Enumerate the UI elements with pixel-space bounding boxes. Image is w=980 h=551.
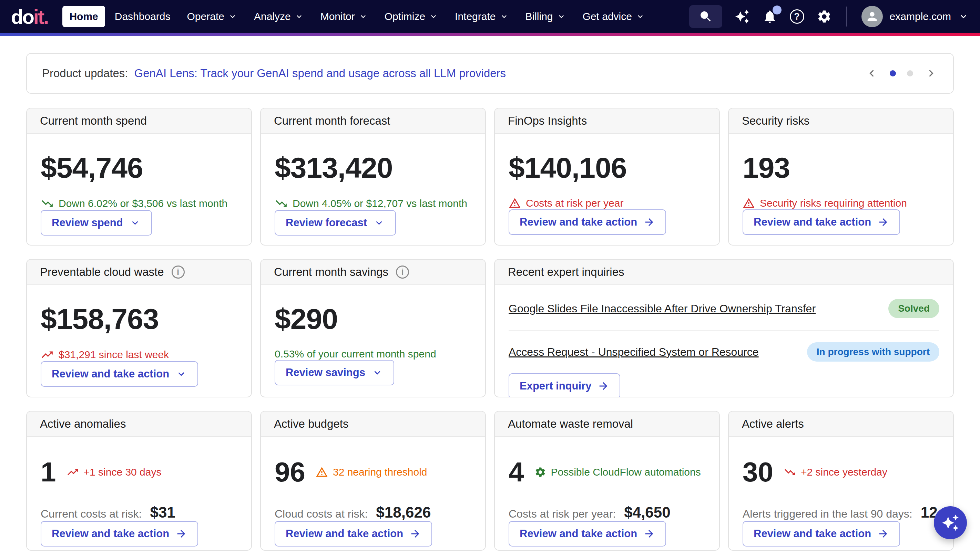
chevron-down-icon [429, 12, 438, 21]
inquiry-link[interactable]: Google Slides File Inaccessible After Dr… [509, 302, 816, 315]
account-menu[interactable]: example.com [861, 6, 969, 27]
trending-down-icon [275, 197, 288, 210]
doit-logo[interactable]: doit. [11, 5, 48, 28]
card-current-month-savings: Current month savings $290 0.53% of your… [260, 259, 486, 397]
card-current-month-spend: Current month spend $54,746 Down 6.02% o… [26, 108, 252, 246]
status-badge-in-progress: In progress with support [807, 342, 939, 362]
review-spend-button[interactable]: Review spend [41, 210, 152, 235]
settings-button[interactable] [817, 9, 832, 24]
security-review-action-button[interactable]: Review and take action [743, 210, 900, 235]
card-title: Active budgets [274, 418, 348, 430]
help-button[interactable] [790, 9, 804, 24]
info-icon[interactable] [172, 265, 185, 279]
card-current-month-forecast: Current month forecast $313,420 Down 4.0… [260, 108, 486, 246]
info-icon[interactable] [396, 265, 409, 279]
chevron-down-icon [228, 12, 237, 21]
search-icon [699, 10, 713, 24]
main-menu: Home Dashboards Operate Analyze Monitor … [62, 6, 652, 27]
dashboard-content: Product updates: GenAI Lens: Track your … [0, 53, 980, 551]
waste-review-action-button[interactable]: Review and take action [41, 361, 198, 387]
finops-review-action-button[interactable]: Review and take action [509, 210, 666, 235]
carousel-prev-button[interactable] [865, 67, 879, 80]
notifications-button[interactable] [762, 9, 777, 24]
nav-item-get-advice[interactable]: Get advice [576, 6, 652, 27]
card-title: Current month savings [274, 265, 388, 279]
card-title: Security risks [742, 114, 810, 127]
security-value: 193 [743, 151, 790, 184]
card-header: Current month forecast [261, 108, 485, 134]
arrow-right-icon [643, 528, 655, 540]
arrow-right-icon [175, 528, 187, 540]
logo-do: do [11, 5, 33, 28]
card-title: Active alerts [742, 418, 804, 430]
chevron-right-icon [924, 67, 938, 80]
arrow-right-icon [877, 216, 889, 228]
card-finops-insights: FinOps Insights $140,106 Costs at risk p… [494, 108, 720, 246]
card-body: $158,763 $31,291 since last week Review … [27, 285, 251, 397]
inquiry-link[interactable]: Access Request - Unspecified System or R… [509, 346, 759, 359]
nav-item-integrate[interactable]: Integrate [448, 6, 515, 27]
sparkles-icon [942, 514, 959, 532]
warning-icon [316, 466, 328, 478]
savings-note: 0.53% of your current month spend [275, 348, 436, 360]
nav-right-controls: example.com [689, 5, 969, 28]
budgets-count: 96 [275, 456, 305, 488]
chevron-down-icon [958, 11, 969, 22]
finops-risk: Costs at risk per year [509, 197, 624, 210]
nav-item-billing[interactable]: Billing [519, 6, 573, 27]
gear-icon [817, 9, 832, 24]
banner-carousel-controls [865, 67, 938, 80]
review-forecast-button[interactable]: Review forecast [275, 210, 396, 235]
person-icon [865, 10, 879, 24]
waste-value: $158,763 [41, 302, 159, 336]
chevron-down-icon [557, 12, 566, 21]
chevron-down-icon [358, 12, 368, 21]
budgets-review-action-button[interactable]: Review and take action [275, 521, 432, 546]
carousel-dot-active[interactable] [890, 70, 896, 76]
review-savings-button[interactable]: Review savings [275, 360, 394, 385]
warning-icon [509, 197, 521, 210]
card-title: FinOps Insights [508, 114, 587, 127]
nav-item-analyze[interactable]: Analyze [247, 6, 311, 27]
carousel-dot[interactable] [907, 70, 913, 76]
alerts-triggered-line: Alerts triggered in the last 90 days: 12 [743, 504, 938, 521]
chevron-down-icon [175, 368, 187, 380]
product-updates-banner: Product updates: GenAI Lens: Track your … [26, 53, 954, 94]
card-header: Current month savings [261, 260, 485, 285]
finops-value: $140,106 [509, 151, 627, 184]
nav-item-operate[interactable]: Operate [180, 6, 244, 27]
top-navigation: doit. Home Dashboards Operate Analyze Mo… [0, 0, 980, 33]
chevron-down-icon [371, 367, 383, 378]
nav-item-optimize[interactable]: Optimize [378, 6, 445, 27]
nav-item-home[interactable]: Home [62, 6, 105, 27]
carousel-next-button[interactable] [924, 67, 938, 80]
card-active-alerts: Active alerts 30 +2 since yesterday Aler… [728, 411, 954, 551]
alerts-count: 30 [743, 456, 773, 488]
kpi-card-grid: Current month spend $54,746 Down 6.02% o… [26, 108, 954, 551]
security-risk: Security risks requiring attention [743, 197, 907, 210]
card-title: Preventable cloud waste [40, 265, 164, 279]
product-updates-link[interactable]: GenAI Lens: Track your GenAI spend and u… [134, 67, 506, 80]
card-title: Current month spend [40, 114, 147, 127]
avatar [861, 6, 883, 27]
alerts-stat: 30 +2 since yesterday [743, 456, 887, 488]
ai-assistant-fab[interactable] [934, 506, 967, 539]
ai-assistant-button[interactable] [735, 9, 750, 24]
card-active-budgets: Active budgets 96 32 nearing threshold C… [260, 411, 486, 551]
automate-review-action-button[interactable]: Review and take action [509, 521, 666, 546]
alerts-review-action-button[interactable]: Review and take action [743, 521, 900, 546]
nav-item-dashboards[interactable]: Dashboards [108, 6, 177, 27]
help-icon [790, 9, 804, 24]
anomalies-count: 1 [41, 456, 56, 488]
automation-note: Possible CloudFlow automations [535, 466, 701, 478]
anomalies-trend: +1 since 30 days [67, 466, 162, 478]
anomalies-review-action-button[interactable]: Review and take action [41, 521, 198, 546]
nav-item-monitor[interactable]: Monitor [313, 6, 375, 27]
forecast-trend: Down 4.05% or $12,707 vs last month [275, 197, 467, 210]
search-button[interactable] [689, 5, 722, 28]
expert-inquiry-button[interactable]: Expert inquiry [509, 373, 620, 397]
logo-it: it. [33, 5, 48, 28]
card-header: FinOps Insights [495, 108, 719, 134]
arrow-right-icon [877, 528, 889, 540]
card-active-anomalies: Active anomalies 1 +1 since 30 days Curr… [26, 411, 252, 551]
